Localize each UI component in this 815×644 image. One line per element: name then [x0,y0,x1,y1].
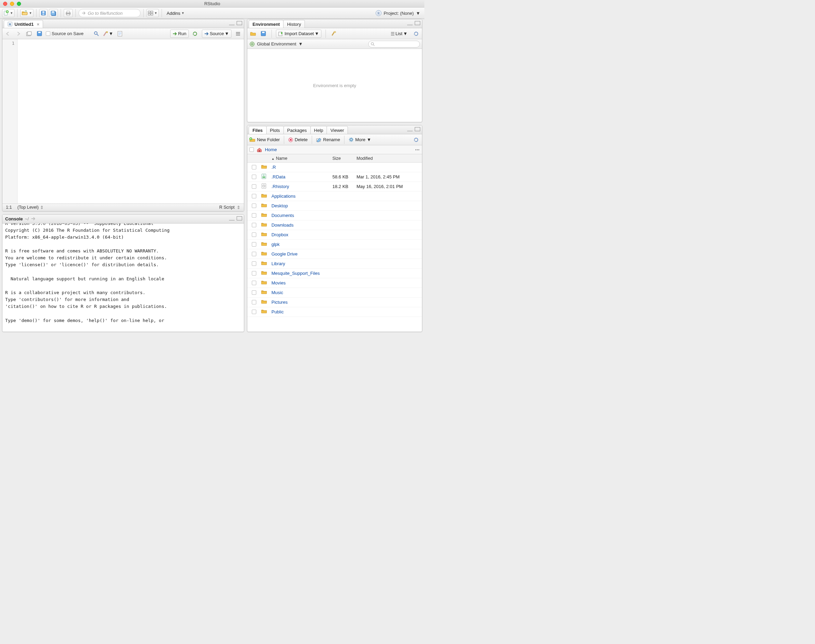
file-row[interactable]: Dropbox [247,230,422,240]
file-row[interactable]: glpk [247,240,422,249]
save-workspace-icon[interactable] [260,30,267,38]
maximize-pane-icon[interactable] [415,127,420,131]
file-name-link[interactable]: .RData [272,174,285,179]
row-checkbox[interactable] [252,175,256,179]
maximize-pane-icon[interactable] [415,21,420,25]
file-row[interactable]: Mesquite_Support_Files [247,268,422,278]
tab-history[interactable]: History [283,20,304,28]
row-checkbox[interactable] [252,223,256,227]
find-replace-icon[interactable] [93,30,100,38]
file-name-link[interactable]: Pictures [272,300,288,305]
row-checkbox[interactable] [252,252,256,256]
tab-files[interactable]: Files [249,126,267,134]
breadcrumb-home[interactable]: Home [265,147,277,152]
new-file-button[interactable]: ▼ [2,9,14,17]
file-name-link[interactable]: Public [272,309,284,314]
source-button[interactable]: Source ▼ [202,30,232,38]
file-row[interactable]: Downloads [247,221,422,230]
project-selector[interactable]: R Project: (None) ▼ [373,10,422,16]
row-checkbox[interactable] [252,271,256,276]
language-selector[interactable]: R Script [219,205,235,210]
column-size[interactable]: Size [332,156,356,161]
file-name-link[interactable]: Mesquite_Support_Files [272,271,320,276]
maximize-pane-icon[interactable] [236,21,242,25]
print-button[interactable] [64,9,73,17]
file-name-link[interactable]: .R [272,165,276,170]
file-row[interactable]: Documents [247,211,422,221]
column-name[interactable]: ▲Name [271,156,332,161]
tab-packages[interactable]: Packages [284,126,311,134]
outline-icon[interactable] [234,30,242,38]
file-row[interactable]: Desktop [247,201,422,211]
rename-button[interactable]: Rename [316,137,340,142]
file-row[interactable]: R.RData58.6 KBMar 1, 2016, 2:45 PM [247,172,422,182]
row-checkbox[interactable] [252,194,256,198]
import-dataset-button[interactable]: Import Dataset▼ [276,30,321,38]
row-checkbox[interactable] [252,242,256,247]
file-name-link[interactable]: Documents [272,213,294,218]
file-row[interactable]: .R [247,163,422,172]
cursor-position[interactable]: 1:1 [6,205,12,210]
code-tools-icon[interactable]: ▼ [103,30,113,38]
home-icon[interactable] [256,147,262,152]
show-in-new-window-icon[interactable] [25,30,33,38]
file-name-link[interactable]: Google Drive [272,251,298,256]
console-popout-icon[interactable] [31,217,36,221]
refresh-icon[interactable] [412,30,420,38]
file-name-link[interactable]: Movies [272,280,285,285]
file-name-link[interactable]: Library [272,261,285,266]
minimize-pane-icon[interactable] [229,216,235,221]
save-button[interactable] [39,9,48,17]
clear-workspace-icon[interactable] [330,30,338,38]
load-workspace-icon[interactable] [249,30,257,38]
file-row[interactable]: Google Drive [247,249,422,259]
new-folder-button[interactable]: New Folder [249,137,280,142]
scope-selector[interactable]: (Top Level)⇕ [17,205,44,210]
source-tab-untitled1[interactable]: R Untitled1 × [4,20,43,28]
env-view-mode[interactable]: List▼ [388,30,410,38]
env-search-input[interactable] [368,41,420,48]
addins-menu[interactable]: Addins ▼ [165,9,187,17]
row-checkbox[interactable] [252,233,256,237]
maximize-pane-icon[interactable] [236,216,242,221]
goto-file-function-input[interactable]: Go to file/function [78,9,141,17]
compile-report-icon[interactable] [116,30,124,38]
save-source-icon[interactable] [35,30,43,38]
close-tab-icon[interactable]: × [36,22,40,27]
file-name-link[interactable]: .Rhistory [272,184,289,189]
rerun-icon[interactable] [192,30,199,38]
delete-button[interactable]: Delete [288,137,308,142]
editor-code[interactable] [18,39,244,204]
file-row[interactable]: Music [247,288,422,297]
tab-environment[interactable]: Environment [249,20,284,28]
more-menu[interactable]: More▼ [348,137,371,142]
file-row[interactable]: Applications [247,192,422,201]
file-name-link[interactable]: Downloads [272,222,293,228]
row-checkbox[interactable] [252,184,256,189]
file-row[interactable]: Public [247,307,422,317]
file-name-link[interactable]: Music [272,290,283,295]
file-row[interactable]: .Rhistory18.2 KBMay 16, 2016, 2:01 PM [247,182,422,192]
row-checkbox[interactable] [252,310,256,314]
console-output[interactable]: R version 3.3.0 (2016-05-03) -- "Suppose… [2,219,244,332]
select-all-checkbox[interactable] [249,147,254,152]
tab-help[interactable]: Help [310,126,327,134]
file-row[interactable]: Pictures [247,297,422,307]
save-all-button[interactable] [49,9,58,17]
source-on-save-checkbox[interactable]: Source on Save [46,31,84,36]
file-name-link[interactable]: Desktop [272,203,288,209]
nav-forward-icon[interactable] [15,30,22,38]
row-checkbox[interactable] [252,281,256,285]
run-button[interactable]: Run [170,30,189,38]
tab-viewer[interactable]: Viewer [327,126,348,134]
editor-area[interactable]: 1 [2,39,244,204]
env-scope-selector[interactable]: Global Environment▼ [249,41,303,47]
minimize-pane-icon[interactable] [229,21,235,25]
row-checkbox[interactable] [252,290,256,295]
file-row[interactable]: Movies [247,278,422,288]
file-row[interactable]: Library [247,259,422,268]
file-name-link[interactable]: Applications [272,193,296,199]
row-checkbox[interactable] [252,261,256,266]
file-name-link[interactable]: glpk [272,242,280,247]
nav-back-icon[interactable] [5,30,12,38]
